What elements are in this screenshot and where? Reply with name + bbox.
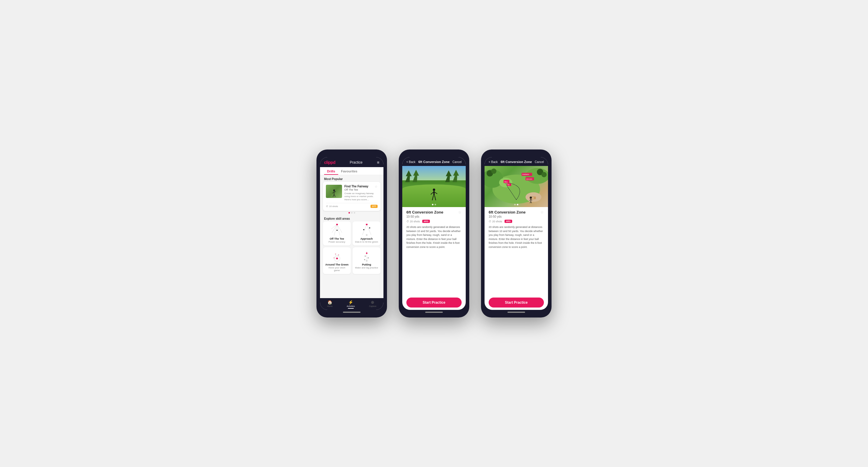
card-info: Find The Fairway Off The Tee ☆ Create an… xyxy=(344,185,378,201)
drill-description-3: 20 shots are randomly generated at dista… xyxy=(489,225,544,249)
svg-point-51 xyxy=(541,172,547,177)
golfer-figure xyxy=(430,188,438,203)
skill-card-atg[interactable]: Around The Green Hone your short game xyxy=(323,247,351,274)
drill-header-3: 6ft Conversion Zone ☆ xyxy=(489,210,544,214)
tab-favourites[interactable]: Favourites xyxy=(338,167,361,175)
skill-card-putting[interactable]: Putting Make and lag practice xyxy=(352,247,380,274)
svg-point-32 xyxy=(364,259,365,260)
svg-point-18 xyxy=(369,227,370,229)
dot-1 xyxy=(348,212,350,213)
start-practice-button-3[interactable]: Start Practice xyxy=(489,298,544,307)
card-footer: ⏱ 10 shots OTT xyxy=(326,203,378,208)
svg-point-0 xyxy=(333,190,335,191)
phone-screen-1: clippd Practice ≡ Drills Favourites Most… xyxy=(320,157,383,310)
svg-marker-35 xyxy=(445,170,452,182)
home-icon: 🏠 xyxy=(327,300,332,305)
skill-grid: Off The Tee Power accuracy xyxy=(320,222,383,276)
skill-card-approach[interactable]: Approach Dial-in to hit the green xyxy=(352,222,380,245)
explore-label: Explore skill areas xyxy=(320,215,383,222)
favourite-star-icon[interactable]: ☆ xyxy=(375,185,378,189)
phone-notch xyxy=(340,153,364,155)
shots-count: ⏱ 10 shots xyxy=(326,205,338,208)
card-thumbnail xyxy=(326,185,342,198)
img-dot-2 xyxy=(435,204,436,205)
home-bar-2 xyxy=(425,312,443,313)
start-practice-button-2[interactable]: Start Practice xyxy=(406,298,462,307)
drill-distance-3: 10-50 yds xyxy=(489,215,544,218)
nav-capture[interactable]: ⊕ Capture xyxy=(369,300,376,309)
app-logo: clippd xyxy=(324,160,335,165)
svg-point-12 xyxy=(336,230,338,231)
nav-home[interactable]: 🏠 Home xyxy=(327,300,333,309)
app-header: clippd Practice ≡ xyxy=(320,157,383,167)
svg-point-20 xyxy=(336,258,338,259)
capture-icon: ⊕ xyxy=(371,300,374,305)
drill-name-2: 6ft Conversion Zone xyxy=(406,210,443,214)
phone-2: < Back 6ft Conversion Zone Cancel xyxy=(399,149,469,318)
back-button-2[interactable]: < Back xyxy=(406,160,415,164)
phone-screen-2: < Back 6ft Conversion Zone Cancel xyxy=(402,157,466,310)
header-title-2: 6ft Conversion Zone xyxy=(418,160,450,164)
golf-photo xyxy=(402,166,466,207)
tab-bar: Drills Favourites xyxy=(320,167,383,175)
category-badge-3: ARG xyxy=(504,220,512,223)
dot-2 xyxy=(351,212,352,213)
nav-activities[interactable]: ⚡ Activities xyxy=(347,300,355,309)
svg-text:ROUGH: ROUGH xyxy=(526,178,532,180)
skill-name-approach: Approach xyxy=(355,237,378,240)
svg-line-40 xyxy=(435,192,437,194)
tab-drills[interactable]: Drills xyxy=(324,167,338,175)
skill-desc-putting: Make and lag practice xyxy=(355,266,378,269)
svg-point-28 xyxy=(366,260,368,262)
approach-icon xyxy=(360,224,374,236)
trees-left xyxy=(405,167,423,185)
featured-card[interactable]: Find The Fairway Off The Tee ☆ Create an… xyxy=(323,182,380,211)
favourite-icon-2[interactable]: ☆ xyxy=(458,210,462,214)
svg-point-49 xyxy=(491,169,497,174)
svg-text:Miss: Miss xyxy=(504,181,508,183)
home-bar xyxy=(343,312,361,313)
svg-text:Hit: Hit xyxy=(507,184,509,186)
svg-line-10 xyxy=(331,224,337,229)
cancel-button-2[interactable]: Cancel xyxy=(453,160,462,164)
svg-marker-36 xyxy=(453,170,459,182)
drill-description-2: 20 shots are randomly generated at dista… xyxy=(406,225,462,249)
map-svg: Miss Hit FAIRWAY ROUGH SAND xyxy=(485,166,548,207)
svg-point-29 xyxy=(366,253,367,254)
category-badge-2: ARG xyxy=(422,220,430,223)
phone-screen-3: < Back 6ft Conversion Zone Cancel xyxy=(485,157,548,310)
svg-point-62 xyxy=(530,197,532,199)
favourite-icon-3[interactable]: ☆ xyxy=(540,210,544,214)
svg-line-3 xyxy=(334,192,336,192)
shots-label-3: ⏱ 20 shots xyxy=(489,220,502,223)
svg-point-31 xyxy=(368,257,369,259)
putting-icon xyxy=(360,249,374,262)
back-button-3[interactable]: < Back xyxy=(489,160,498,164)
skill-name-atg: Around The Green xyxy=(325,263,348,266)
cancel-button-3[interactable]: Cancel xyxy=(535,160,544,164)
svg-line-5 xyxy=(334,194,335,197)
svg-text:FAIRWAY: FAIRWAY xyxy=(522,174,529,175)
skill-card-ott[interactable]: Off The Tee Power accuracy xyxy=(323,222,351,245)
activities-icon: ⚡ xyxy=(348,300,353,305)
svg-line-2 xyxy=(332,192,334,193)
drill-body-2: 6ft Conversion Zone ☆ 10-50 yds ⏱ 20 sho… xyxy=(402,207,466,298)
shots-label-2: ⏱ 20 shots xyxy=(406,220,420,223)
svg-line-15 xyxy=(367,224,371,235)
trees-right xyxy=(445,167,463,185)
header-title: Practice xyxy=(350,160,362,165)
drill-distance-2: 10-50 yds xyxy=(406,215,462,218)
drill-name-3: 6ft Conversion Zone xyxy=(489,210,526,214)
skill-name-putting: Putting xyxy=(355,263,378,266)
menu-icon[interactable]: ≡ xyxy=(377,160,379,165)
svg-point-30 xyxy=(365,256,366,257)
golfer-icon xyxy=(331,189,337,197)
carousel-dots xyxy=(320,211,383,215)
most-popular-label: Most Popular xyxy=(320,175,383,182)
svg-point-13 xyxy=(366,234,368,236)
svg-line-66 xyxy=(530,201,531,203)
category-badge: OTT xyxy=(371,205,378,208)
detail-header-2: < Back 6ft Conversion Zone Cancel xyxy=(402,157,466,166)
skill-name-ott: Off The Tee xyxy=(325,237,348,240)
drill-map-3: Miss Hit FAIRWAY ROUGH SAND xyxy=(485,166,548,207)
